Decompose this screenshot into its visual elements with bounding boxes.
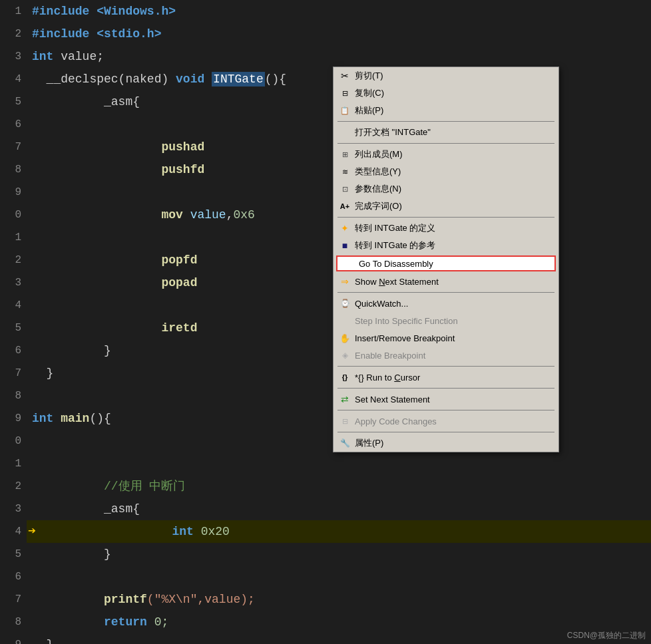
line-content[interactable]: } (27, 543, 111, 565)
line-number: 1 (0, 452, 27, 475)
menu-item-run-cursor[interactable]: {} *{} Run to Cursor (333, 369, 558, 386)
line-content[interactable]: mov value,0x6 (27, 204, 255, 226)
goto-ref-icon: ■ (337, 239, 352, 252)
plain-text: } (32, 548, 111, 561)
menu-item-label: 剪切(T) (355, 70, 553, 82)
line-content[interactable]: } (27, 339, 111, 362)
plain-text: } (32, 367, 53, 380)
plain-text: (){ (265, 73, 286, 86)
menu-item-open-doc[interactable]: 打开文档 "INTGate" (333, 124, 558, 141)
menu-separator (337, 292, 554, 293)
line-content[interactable]: } (27, 362, 53, 385)
line-number: 3 (0, 45, 27, 68)
menu-item-goto-def[interactable]: ✦ 转到 INTGate 的定义 (333, 220, 558, 237)
menu-item-list-members[interactable]: ⊞ 列出成员(M) (333, 146, 558, 163)
line-number: 2 (0, 475, 27, 498)
line-content[interactable]: _asm{ (27, 90, 140, 113)
menu-separator (337, 432, 554, 432)
line-number: 0 (0, 204, 27, 226)
line-number: 3 (0, 498, 27, 520)
code-line-29: 9 } (0, 633, 651, 644)
param-info-icon: ⊡ (337, 182, 352, 196)
menu-item-quickwatch[interactable]: ⌚ QuickWatch... (333, 295, 558, 312)
menu-item-complete-word[interactable]: A+ 完成字词(O) (333, 198, 558, 215)
line-number: 2 (0, 23, 27, 45)
line-number: 4 (0, 520, 27, 543)
keyword: #include <Windows.h> (32, 5, 176, 18)
line-content[interactable]: } (27, 633, 53, 644)
menu-item-copy[interactable]: ⊟ 复制(C) (333, 84, 558, 102)
type-info-icon: ≋ (337, 165, 352, 178)
menu-item-properties[interactable]: 🔧 属性(P) (333, 434, 558, 452)
arrow-indicator: ➔ (27, 520, 37, 543)
menu-item-goto-disassembly[interactable]: Go To Disassembly (336, 255, 556, 271)
asm-keyword: iretd (32, 321, 197, 335)
keyword: #include <stdio.h> (32, 27, 161, 41)
menu-item-set-next[interactable]: ⇄ Set Next Statement (333, 391, 558, 408)
menu-item-cut[interactable]: ✂ 剪切(T) (333, 67, 558, 84)
selected-text: INTGate (212, 72, 265, 86)
menu-item-label: Go To Disassembly (359, 259, 550, 269)
line-content[interactable]: #include <stdio.h> (27, 23, 161, 45)
show-next-icon: ⇒ (337, 275, 352, 288)
code-line-3: 3 int value; (0, 45, 651, 68)
line-number: 4 (0, 68, 27, 90)
breakpoint-icon: ✋ (337, 331, 352, 345)
menu-item-paste[interactable]: 📋 粘贴(P) (333, 102, 558, 119)
set-next-icon: ⇄ (337, 393, 352, 406)
line-number: 4 (0, 294, 27, 317)
line-content[interactable]: pushad (27, 136, 204, 158)
menu-item-label: 转到 INTGate 的定义 (355, 222, 553, 234)
keyword-int: int (32, 412, 53, 425)
keyword-int: int (43, 525, 201, 538)
line-content[interactable]: printf("%X\n",value); (27, 588, 255, 611)
register: value (190, 208, 226, 222)
menu-item-label: Step Into Specific Function (355, 316, 553, 326)
asm-keyword: mov (32, 208, 190, 222)
menu-separator (337, 217, 554, 218)
line-content[interactable]: //使用 中断门 (27, 475, 185, 498)
asm-keyword: popad (32, 276, 197, 289)
code-line-21: 1 (0, 452, 651, 475)
line-content[interactable]: __declspec(naked) void INTGate(){ (27, 68, 286, 90)
context-menu: ✂ 剪切(T) ⊟ 复制(C) 📋 粘贴(P) 打开文档 "INTGate" ⊞… (333, 67, 559, 452)
line-number: 6 (0, 565, 27, 588)
plain-text: } (32, 344, 111, 357)
menu-item-goto-ref[interactable]: ■ 转到 INTGate 的参考 (333, 237, 558, 254)
line-content[interactable]: iretd (27, 317, 197, 339)
number: 0x6 (233, 208, 254, 222)
code-line-2: 2 #include <stdio.h> (0, 23, 651, 45)
menu-item-step-into[interactable]: Step Into Specific Function (333, 312, 558, 329)
function-name: main (61, 412, 89, 425)
menu-item-apply-changes[interactable]: ⊟ Apply Code Changes (333, 412, 558, 430)
menu-item-label: 属性(P) (355, 437, 553, 449)
line-content[interactable]: _asm{ (27, 498, 140, 520)
line-content[interactable]: int 0x20 (37, 520, 230, 543)
menu-item-show-next[interactable]: ⇒ Show Next Statement (333, 273, 558, 290)
line-number: 0 (0, 430, 27, 452)
menu-item-label: 粘贴(P) (355, 104, 553, 116)
menu-item-breakpoint[interactable]: ✋ Insert/Remove Breakpoint (333, 329, 558, 347)
menu-item-label: 列出成员(M) (355, 148, 553, 160)
line-content[interactable]: return 0; (27, 611, 168, 633)
code-line-26: 6 (0, 565, 651, 588)
line-content[interactable]: popad (27, 271, 197, 294)
menu-item-label: 打开文档 "INTGate" (355, 126, 553, 138)
menu-item-param-info[interactable]: ⊡ 参数信息(N) (333, 180, 558, 198)
line-content[interactable]: int value; (27, 45, 104, 68)
line-content[interactable]: #include <Windows.h> (27, 0, 176, 23)
menu-item-label: 类型信息(Y) (355, 166, 553, 178)
menu-item-type-info[interactable]: ≋ 类型信息(Y) (333, 163, 558, 180)
line-content[interactable]: int main(){ (27, 407, 111, 430)
code-line-24: 4 ➔ int 0x20 (0, 520, 651, 543)
code-line-25: 5 } (0, 543, 651, 565)
keyword-void: void (176, 73, 204, 86)
plain-text: } (32, 638, 53, 644)
line-content[interactable]: popfd (27, 249, 197, 271)
code-line-23: 3 _asm{ (0, 498, 651, 520)
plain-text: (){ (89, 412, 110, 425)
plain-text: __declspec(naked) (32, 73, 176, 86)
line-content[interactable]: pushfd (27, 158, 204, 181)
code-line-27: 7 printf("%X\n",value); (0, 588, 651, 611)
menu-item-enable-bp[interactable]: ◈ Enable Breakpoint (333, 347, 558, 364)
